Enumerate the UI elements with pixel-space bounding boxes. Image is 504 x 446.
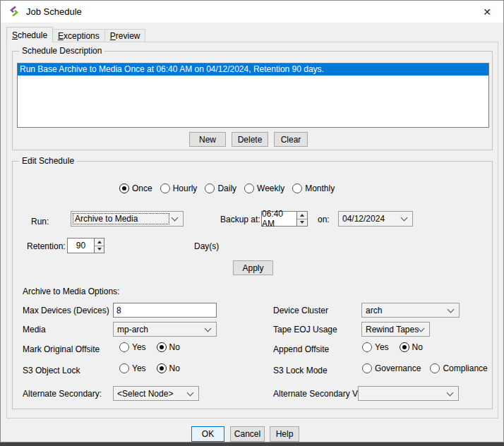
job-schedule-dialog: Job Schedule ✕ Schedule Exceptions Previ… [0,0,504,442]
frequency-option-daily[interactable]: Daily [205,183,236,193]
s3-object-lock-label: S3 Object Lock [23,366,80,375]
compliance-radio[interactable] [430,363,440,373]
retention-label: Retention: [27,241,66,251]
chevron-down-icon [401,215,408,222]
mark-original-offsite-label: Mark Original Offsite [23,344,100,354]
window-bottom-edge [0,442,504,446]
device-cluster-label: Device Cluster [273,306,328,315]
close-button[interactable]: ✕ [471,1,503,23]
no-radio[interactable] [400,342,409,352]
yes-radio[interactable] [119,363,129,373]
s3-lock-mode-compliance[interactable]: Compliance [430,363,487,373]
alternate-secondary-combo[interactable]: <Select Node> [113,386,199,401]
spin-down-icon[interactable] [297,219,307,227]
s3-object-lock-yes[interactable]: Yes [119,363,146,373]
s3-object-lock-no[interactable]: No [157,363,180,373]
mark-original-offsite-group: Yes No [119,342,180,352]
yes-radio[interactable] [362,342,372,352]
hourly-radio[interactable] [160,183,170,193]
mark-original-offsite-yes[interactable]: Yes [119,342,146,352]
spin-up-icon[interactable] [297,212,307,219]
mark-original-offsite-no[interactable]: No [157,342,180,352]
alternate-secondary-label: Alternate Secondary: [23,389,102,399]
edit-schedule-legend: Edit Schedule [19,156,77,166]
retention-input[interactable]: 90 [67,238,95,253]
once-radio[interactable] [119,183,129,193]
frequency-option-once[interactable]: Once [119,183,152,193]
device-cluster-combo[interactable]: arch [361,303,460,318]
s3-lock-mode-group: Governance Compliance [362,363,488,373]
retention-spinner[interactable] [94,238,104,253]
ok-button[interactable]: OK [191,426,224,442]
daily-radio[interactable] [205,183,215,193]
no-radio[interactable] [157,363,167,373]
schedule-description-list[interactable]: Run Base Archive to Media Once at 06:40 … [17,63,489,128]
no-radio[interactable] [157,342,167,352]
frequency-option-hourly[interactable]: Hourly [160,183,198,193]
archive-options-heading: Archive to Media Options: [23,287,119,296]
run-label: Run: [31,217,49,227]
window-title: Job Schedule [26,1,82,23]
tape-eoj-usage-combo[interactable]: Rewind Tapes [361,322,430,337]
retention-unit-label: Day(s) [194,241,219,251]
weekly-radio[interactable] [244,183,254,193]
append-offsite-no[interactable]: No [400,342,423,352]
close-icon: ✕ [483,6,491,18]
clear-button[interactable]: Clear [274,132,308,147]
help-button[interactable]: Help [270,426,299,442]
tab-exceptions[interactable]: Exceptions [53,29,105,42]
append-offsite-group: Yes No [362,342,423,352]
media-label: Media [23,325,46,334]
schedule-list-item[interactable]: Run Base Archive to Media Once at 06:40 … [18,64,488,76]
cancel-button[interactable]: Cancel [230,426,265,442]
s3-object-lock-group: Yes No [119,363,180,373]
chevron-down-icon [447,389,454,396]
append-offsite-label: Append Offsite [273,344,329,354]
monthly-radio[interactable] [292,183,302,193]
tab-preview[interactable]: Preview [105,29,146,42]
yes-radio[interactable] [119,342,129,352]
max-devices-label: Max Devices (Devices) [23,306,109,315]
schedule-description-group: Schedule Description Run Base Archive to… [12,51,493,150]
title-bar: Job Schedule ✕ [1,1,503,23]
frequency-option-weekly[interactable]: Weekly [244,183,284,193]
media-combo[interactable]: mp-arch [113,322,217,337]
frequency-option-monthly[interactable]: Monthly [292,183,335,193]
spin-up-icon[interactable] [95,239,104,246]
backup-at-label: Backup at: [220,215,260,224]
alternate-secondary-volume-combo[interactable] [358,386,459,401]
screenshot-root: Job Schedule ✕ Schedule Exceptions Previ… [0,0,504,446]
new-button[interactable]: New [189,132,226,147]
tape-eoj-usage-label: Tape EOJ Usage [273,325,337,334]
delete-button[interactable]: Delete [232,132,268,147]
chevron-down-icon [172,215,179,222]
s3-lock-mode-governance[interactable]: Governance [362,363,421,373]
backup-date-combo[interactable]: 04/12/2024 [338,211,413,227]
frequency-radio-group: Once Hourly Daily Weekly Monthly [119,183,335,193]
s3-lock-mode-label: S3 Lock Mode [273,366,328,375]
tab-strip: Schedule Exceptions Preview [6,27,145,42]
governance-radio[interactable] [362,363,372,373]
append-offsite-yes[interactable]: Yes [362,342,389,352]
edit-schedule-group: Edit Schedule Once Hourly Daily Weekly M… [12,161,493,409]
backup-time-input[interactable]: 06:40 AM [261,211,297,227]
max-devices-input[interactable]: 8 [113,303,217,318]
spin-down-icon[interactable] [95,246,104,253]
run-combo[interactable]: Archive to Media [71,211,184,227]
on-label: on: [318,215,330,224]
schedule-description-legend: Schedule Description [19,46,104,56]
chevron-down-icon [205,325,212,332]
tab-schedule[interactable]: Schedule [6,27,53,42]
apply-button[interactable]: Apply [233,260,273,275]
backup-time-spinner[interactable] [296,211,308,227]
chevron-down-icon [448,306,455,313]
app-logo-icon [8,6,20,17]
chevron-down-icon [187,389,194,396]
